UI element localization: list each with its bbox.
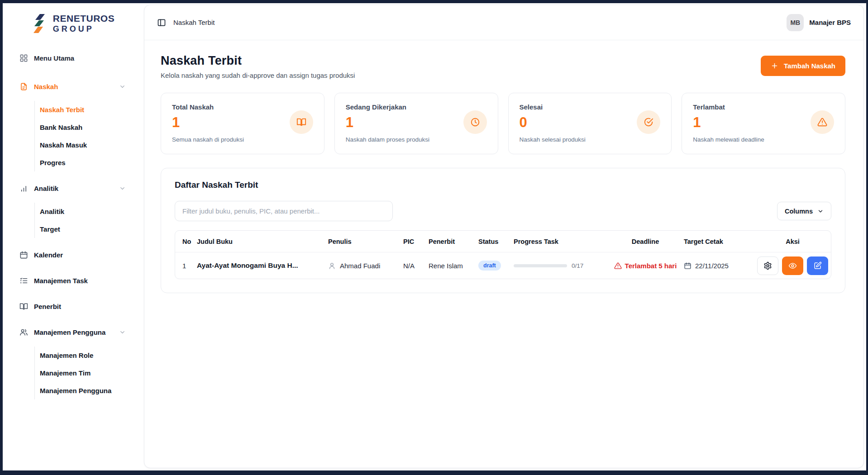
stat-label: Terlambat [693,103,834,111]
add-naskah-label: Tambah Naskah [784,62,835,70]
sidebar-item-naskah-terbit[interactable]: Naskah Terbit [40,101,136,119]
row-view-button[interactable] [782,256,803,275]
add-naskah-button[interactable]: Tambah Naskah [761,56,845,76]
sidebar-item-label: Manajemen Pengguna [34,328,105,336]
chevron-down-icon [817,208,824,214]
stat-card-terlambat: Terlambat 1 Naskah melewati deadline [682,93,845,154]
progress-bar [514,264,567,267]
sidebar-item-label: Manajemen Task [34,277,88,285]
list-controls: Columns [175,201,831,221]
cell-aksi [754,256,831,275]
filter-input[interactable] [175,201,393,221]
sidebar-item-manajemen-tim[interactable]: Manajemen Tim [40,364,136,382]
bar-chart-icon [19,184,28,193]
cell-status: draft [477,261,513,271]
edit-icon [814,261,822,270]
status-badge: draft [478,261,501,271]
sidebar-item-target[interactable]: Target [40,220,136,238]
cell-deadline: Terlambat 5 hari [607,262,683,270]
sidebar-item-manajemen-pengguna[interactable]: Manajemen Pengguna [3,323,136,342]
stat-card-selesai: Selesai 0 Naskah selesai produksi [508,93,672,154]
sidebar-item-progres[interactable]: Progres [40,154,136,171]
avatar: MB [787,14,804,31]
alert-triangle-icon [811,110,834,134]
col-header-pic: PIC [402,238,428,245]
main-area: Naskah Terbit MB Manajer BPS Naskah Terb… [144,3,866,470]
cell-progress: 0/17 [513,262,607,269]
col-header-aksi: Aksi [754,238,831,245]
sidebar-item-manajemen-pengguna-sub[interactable]: Manajemen Pengguna [40,382,136,399]
sidebar-item-analitik[interactable]: Analitik [3,179,136,198]
chevron-down-icon [119,185,126,192]
cell-judul-buku: Ayat-Ayat Monogami Buya H... [196,261,327,270]
page-subtitle: Kelola naskah yang sudah di-approve dan … [161,71,355,79]
penulis-name: Ahmad Fuadi [340,262,380,270]
list-title: Daftar Naskah Terbit [175,180,831,190]
stat-desc: Naskah dalam proses produksi [346,136,487,143]
gear-icon [763,261,772,270]
sidebar-item-label: Analitik [34,185,58,192]
user-icon [328,262,336,270]
deadline-warning: Terlambat 5 hari [625,262,677,270]
calendar-icon [19,251,28,259]
main-card: Naskah Terbit MB Manajer BPS Naskah Terb… [144,5,864,468]
naskah-table: No Judul Buku Penulis PIC Penerbit Statu… [175,230,831,279]
sidebar-item-naskah[interactable]: Naskah [3,77,136,96]
sidebar-item-label: Penerbit [34,303,61,310]
target-date: 22/11/2025 [695,262,729,270]
sidebar-item-kalender[interactable]: Kalender [3,245,136,265]
page-title: Naskah Terbit [161,54,355,68]
sidebar-section-menu-utama: Menu Utama [3,49,136,67]
page-header: Naskah Terbit Kelola naskah yang sudah d… [161,54,845,79]
sidebar-toggle-icon[interactable] [157,18,166,27]
row-edit-button[interactable] [807,256,828,275]
book-open-icon [19,302,28,311]
brand-logo-icon [32,14,48,33]
alert-triangle-icon [614,262,622,270]
stat-desc: Naskah selesai produksi [520,136,661,143]
sidebar-item-manajemen-role[interactable]: Manajemen Role [40,347,136,364]
row-settings-button[interactable] [757,256,778,275]
stat-desc: Naskah melewati deadline [693,136,834,143]
user-name: Manajer BPS [809,19,851,26]
col-header-penerbit: Penerbit [428,238,477,245]
naskah-list-card: Daftar Naskah Terbit Columns No Judul Bu… [161,168,845,293]
brand-logo: RENETUROS GROUP [3,13,144,34]
sidebar-item-label: Naskah [34,83,58,90]
brand-name: RENETUROS GROUP [53,13,114,34]
list-checks-icon [19,276,28,285]
stat-label: Total Naskah [172,103,313,111]
brand-line1: RENETUROS [53,13,114,24]
sidebar: RENETUROS GROUP Menu Utama Naskah Naskah… [3,3,144,470]
chevron-down-icon [119,329,126,336]
sidebar-subs-analitik: Analitik Target [34,203,136,238]
col-header-deadline: Deadline [607,238,683,245]
sidebar-item-label: Kalender [34,251,63,259]
sidebar-item-bank-naskah[interactable]: Bank Naskah [40,119,136,136]
table-header-row: No Judul Buku Penulis PIC Penerbit Statu… [175,231,831,252]
sidebar-item-manajemen-task[interactable]: Manajemen Task [3,271,136,290]
cell-target-cetak: 22/11/2025 [683,262,754,270]
plus-icon [771,62,778,70]
chevron-down-icon [119,83,126,90]
stat-card-sedang-dikerjakan: Sedang Dikerjakan 1 Naskah dalam proses … [334,93,498,154]
calendar-icon [684,262,692,270]
stats-row: Total Naskah 1 Semua naskah di produksi … [161,93,845,154]
sidebar-nav: Menu Utama Naskah Naskah Terbit Bank Nas… [3,49,144,399]
cell-pic: N/A [402,262,428,270]
sidebar-subs-naskah: Naskah Terbit Bank Naskah Naskah Masuk P… [34,101,136,171]
col-header-judul-buku: Judul Buku [196,238,327,245]
sidebar-item-naskah-masuk[interactable]: Naskah Masuk [40,136,136,154]
app-window: RENETUROS GROUP Menu Utama Naskah Naskah… [3,3,866,470]
breadcrumb: Naskah Terbit [173,19,215,26]
grid-icon [19,54,28,62]
topbar: Naskah Terbit MB Manajer BPS [144,5,863,40]
clock-icon [463,110,487,134]
sidebar-item-analitik-sub[interactable]: Analitik [40,203,136,220]
user-menu[interactable]: MB Manajer BPS [787,14,851,31]
file-text-icon [19,82,28,91]
stat-label: Sedang Dikerjakan [346,103,487,111]
sidebar-item-penerbit[interactable]: Penerbit [3,297,136,316]
stat-label: Selesai [520,103,661,111]
columns-button[interactable]: Columns [777,202,831,220]
